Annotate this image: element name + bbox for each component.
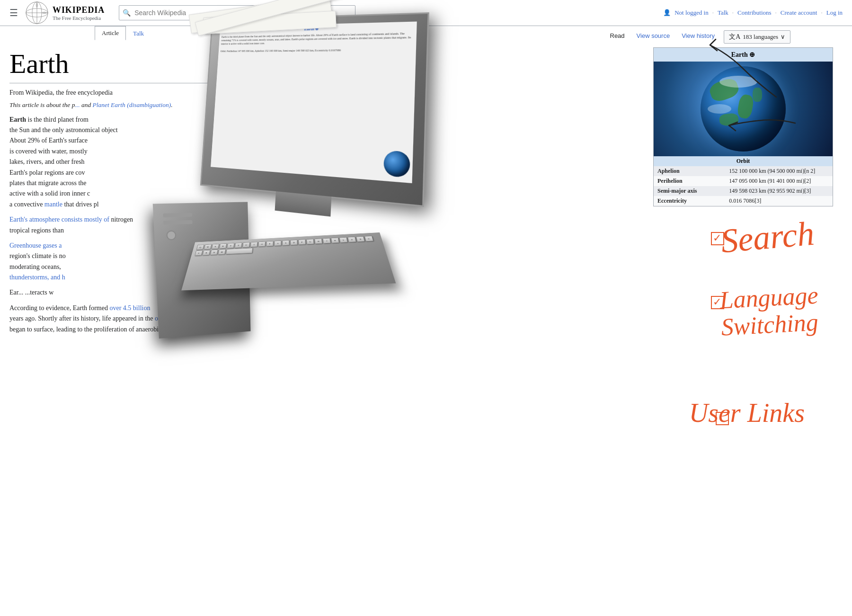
perihelion-value: 147 095 000 km (91 401 000 mi)[2]: [725, 176, 833, 186]
disambiguation-note: This article is about the p... and Plane…: [9, 101, 398, 109]
para-2: Earth's atmosphere consists mostly of ni…: [9, 214, 398, 236]
page-actions: Read View source View history: [605, 30, 720, 41]
eccentricity-label: Eccentricity: [654, 196, 725, 206]
tab-bar: Article Talk: [95, 26, 151, 40]
topbar: ☰ WIKIPEDIA The Free Encyclopedia 🔍: [0, 0, 852, 26]
separator-2: ·: [732, 9, 734, 17]
atmosphere-link[interactable]: Earth's atmosphere consists mostly of: [9, 216, 109, 223]
para-1: Earth is the third planet fromthe Sun an…: [9, 115, 398, 210]
talk-link[interactable]: Talk: [718, 9, 728, 17]
search-input[interactable]: [119, 5, 355, 20]
view-source-button[interactable]: View source: [632, 30, 675, 41]
lang-count: 183 languages: [743, 33, 778, 41]
search-bar[interactable]: 🔍: [119, 5, 355, 20]
wikipedia-subtitle: The Free Encyclopedia: [53, 15, 105, 21]
infobox-title: Earth ⊕: [654, 48, 833, 62]
semimajor-label: Semi-major axis: [654, 186, 725, 196]
infobox: Earth ⊕ Orbit Aphelion 152 100 000 km (9…: [653, 47, 833, 206]
chevron-down-icon: ∨: [781, 33, 785, 41]
age-link[interactable]: over 4.5 billion: [109, 304, 150, 312]
read-button[interactable]: Read: [605, 30, 630, 41]
infobox-row-aphelion: Aphelion 152 100 000 km (94 500 000 mi)[…: [654, 166, 833, 176]
login-link[interactable]: Log in: [826, 9, 843, 17]
mantle-link[interactable]: mantle: [44, 201, 62, 208]
create-account-link[interactable]: Create account: [781, 9, 817, 17]
aphelion-label: Aphelion: [654, 166, 725, 176]
tab-talk[interactable]: Talk: [126, 27, 151, 40]
orbit-header: Orbit: [654, 156, 833, 166]
from-line: From Wikipedia, the free encyclopedia: [9, 89, 398, 97]
annotation-userlinks-text: User Links: [689, 398, 805, 428]
separator-3: ·: [775, 9, 777, 17]
greenhouse-link[interactable]: Greenhouse gases a: [9, 242, 62, 249]
lang-icon: 文A: [729, 33, 740, 41]
page-title: Earth: [9, 47, 398, 83]
infobox-image: [654, 62, 833, 156]
wikipedia-name: WIKIPEDIA: [53, 5, 105, 15]
hamburger-menu[interactable]: ☰: [9, 7, 18, 18]
user-icon: 👤: [663, 9, 671, 17]
aphelion-value: 152 100 000 km (94 500 000 mi)[n 2]: [725, 166, 833, 176]
body-text: Earth is the third planet fromthe Sun an…: [9, 115, 398, 335]
annotation-language-text: Language Switching: [719, 282, 820, 341]
separator-1: ·: [712, 9, 714, 17]
perihelion-label: Perihelion: [654, 176, 725, 186]
semimajor-value: 149 598 023 km (92 955 902 mi)[3]: [725, 186, 833, 196]
view-history-button[interactable]: View history: [677, 30, 719, 41]
language-button[interactable]: 文A 183 languages ∨: [724, 30, 790, 44]
earth-symbol: Earth ⊕: [731, 51, 755, 59]
tab-article[interactable]: Article: [95, 26, 126, 40]
user-links: 👤 Not logged in · Talk · Contributions ·…: [663, 9, 843, 17]
annotation-search-text: Search: [719, 214, 816, 261]
para-3: Greenhouse gases aregion's climate is no…: [9, 241, 398, 283]
contributions-link[interactable]: Contributions: [737, 9, 772, 17]
infobox-row-eccentricity: Eccentricity 0.016 7086[3]: [654, 196, 833, 206]
main-content: Earth From Wikipedia, the free encyclope…: [9, 47, 398, 339]
search-icon: 🔍: [123, 9, 131, 17]
thunderstorm-link[interactable]: thunderstorms, and h: [9, 274, 65, 281]
infobox-row-perihelion: Perihelion 147 095 000 km (91 401 000 mi…: [654, 176, 833, 186]
oceans-link[interactable]: oceans: [155, 315, 173, 322]
infobox-table: Orbit Aphelion 152 100 000 km (94 500 00…: [654, 156, 833, 206]
infobox-row-semimajor: Semi-major axis 149 598 023 km (92 955 9…: [654, 186, 833, 196]
wikipedia-logo: [25, 1, 49, 25]
earth-globe: [701, 66, 786, 152]
para-5: According to evidence, Earth formed over…: [9, 303, 398, 335]
logo-area[interactable]: WIKIPEDIA The Free Encyclopedia: [25, 1, 105, 25]
para-4: Ear... ...teracts w: [9, 287, 398, 298]
wiki-title-block: WIKIPEDIA The Free Encyclopedia: [53, 5, 105, 21]
not-logged-in: Not logged in: [674, 9, 709, 17]
eccentricity-value: 0.016 7086[3]: [725, 196, 833, 206]
disambiguation-link[interactable]: Planet Earth (disambiguation): [93, 101, 171, 108]
separator-4: ·: [821, 9, 822, 17]
